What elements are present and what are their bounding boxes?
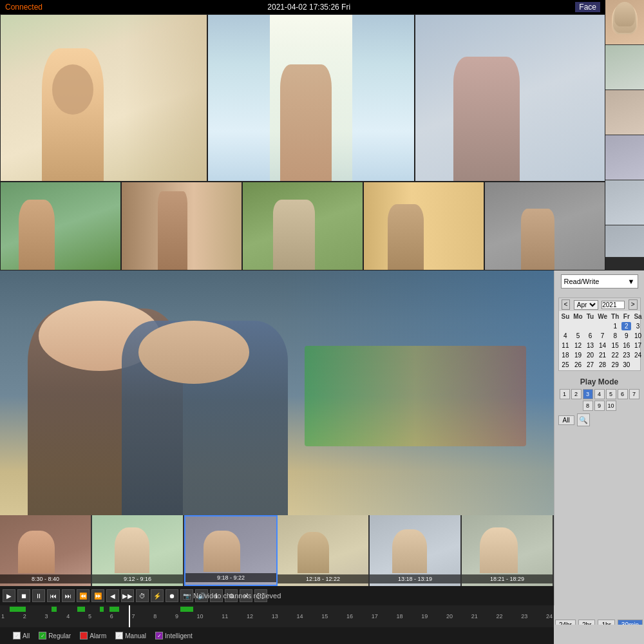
face-thumb-2[interactable]: [605, 45, 644, 90]
prev-btn[interactable]: ◀: [106, 589, 119, 602]
prev-frame-btn[interactable]: ⏮: [47, 589, 60, 602]
speed-btn[interactable]: ⚡: [151, 589, 164, 602]
pause-btn[interactable]: ⏸: [32, 589, 45, 602]
cal-day[interactable]: 21: [596, 351, 609, 359]
camera-5[interactable]: [121, 182, 242, 270]
play-mode-btn-4[interactable]: 4: [594, 389, 605, 399]
cal-day[interactable]: 17: [632, 341, 643, 350]
camera-3[interactable]: [415, 14, 605, 182]
timeline[interactable]: 1 2 3 4 5 6 7 8 9 10 11 12 13 14 15 16 1…: [0, 605, 554, 627]
face-thumb-3[interactable]: [605, 90, 644, 135]
stop-btn[interactable]: ⏹: [17, 589, 30, 602]
cal-day[interactable]: 26: [572, 361, 583, 369]
cal-day[interactable]: 10: [632, 332, 643, 340]
thumb-1[interactable]: 8:30 - 8:40: [0, 515, 92, 586]
thumb-6[interactable]: 18:21 - 18:29: [462, 515, 554, 586]
cal-day[interactable]: 1: [610, 322, 620, 330]
search-button[interactable]: 🔍: [577, 413, 590, 426]
bottom-legend: ✓ All ✓ Regular Alarm ✓ Manual ✓ Intelli…: [0, 627, 554, 644]
thumb-3-label: 9:18 - 9:22: [185, 573, 276, 582]
cal-day[interactable]: 28: [596, 361, 609, 369]
play-mode-btn-10[interactable]: 10: [606, 401, 616, 411]
cal-day[interactable]: 15: [610, 341, 620, 350]
cal-day[interactable]: 16: [621, 341, 631, 350]
snapshot-btn[interactable]: 📷: [180, 589, 193, 602]
legend-manual-check[interactable]: ✓: [115, 632, 123, 639]
cal-day[interactable]: 29: [610, 361, 620, 369]
legend-manual-label: Manual: [125, 632, 146, 639]
cal-day[interactable]: 20: [585, 351, 595, 359]
next-btn[interactable]: ▶▶: [121, 589, 134, 602]
thumb-5[interactable]: 13:18 - 13:19: [370, 515, 462, 586]
cal-day[interactable]: 24: [632, 351, 643, 359]
face-thumb-6[interactable]: [605, 225, 644, 258]
play-mode-btn-5[interactable]: 5: [606, 389, 616, 399]
cal-day[interactable]: 23: [621, 351, 631, 359]
play-mode-btn-3[interactable]: 3: [583, 389, 593, 399]
rewind-btn[interactable]: ⏪: [77, 589, 90, 602]
cal-day[interactable]: 4: [560, 332, 571, 340]
status-bar: Connected 2021-04-02 17:35:26 Fri Face: [0, 0, 605, 14]
thumb-3[interactable]: 9:18 - 9:22: [184, 515, 278, 586]
camera-4[interactable]: [0, 182, 121, 270]
next-frame-btn[interactable]: ⏭: [62, 589, 75, 602]
cal-day[interactable]: 3: [632, 322, 643, 330]
cal-day[interactable]: 18: [560, 351, 571, 359]
no-channels-message: No video channels retrieved: [193, 586, 541, 605]
play-mode-btn-7[interactable]: 7: [629, 389, 639, 399]
cal-day: [596, 322, 609, 330]
cal-day-today[interactable]: 2: [621, 322, 631, 330]
cal-day[interactable]: 11: [560, 341, 571, 350]
cal-day[interactable]: 30: [621, 361, 631, 369]
calendar: < Apr > Su Mo Tu We Th Fr Sa 1: [558, 298, 641, 371]
thumb-2[interactable]: 9:12 - 9:16: [92, 515, 184, 586]
legend-alarm: Alarm: [80, 632, 106, 639]
cal-day[interactable]: 27: [585, 361, 595, 369]
cal-day[interactable]: 25: [560, 361, 571, 369]
camera-7[interactable]: [363, 182, 484, 270]
record-btn[interactable]: ⏺: [166, 589, 178, 602]
cal-day[interactable]: 8: [610, 332, 620, 340]
read-write-dropdown[interactable]: Read/Write ▼: [561, 274, 638, 289]
camera-6[interactable]: [242, 182, 363, 270]
play-mode-btn-6[interactable]: 6: [618, 389, 628, 399]
face-label: Face: [575, 2, 600, 12]
legend-regular-check[interactable]: ✓: [39, 632, 46, 639]
thumb-4[interactable]: 12:18 - 12:22: [278, 515, 370, 586]
calendar-prev-btn[interactable]: <: [562, 299, 571, 310]
play-mode-title: Play Mode: [558, 377, 641, 386]
cal-day: [572, 322, 583, 330]
cal-day[interactable]: 9: [621, 332, 631, 340]
slow-btn[interactable]: ⏱: [136, 589, 149, 602]
play-mode-btn-1[interactable]: 1: [560, 389, 570, 399]
cal-day[interactable]: 12: [572, 341, 583, 350]
fast-forward-btn[interactable]: ⏩: [91, 589, 104, 602]
calendar-year-input[interactable]: [601, 301, 625, 309]
play-btn[interactable]: ▶: [3, 589, 15, 602]
cal-day[interactable]: 13: [585, 341, 595, 350]
main-video[interactable]: [0, 270, 554, 522]
bottom-camera-row: [0, 182, 605, 270]
cal-day[interactable]: 14: [596, 341, 609, 350]
cal-day[interactable]: 22: [610, 351, 620, 359]
calendar-next-btn[interactable]: >: [629, 299, 638, 310]
legend-intelligent-check[interactable]: ✓: [155, 632, 163, 639]
legend-alarm-check[interactable]: [80, 632, 88, 639]
play-mode-btn-2[interactable]: 2: [571, 389, 582, 399]
cal-day[interactable]: 7: [596, 332, 609, 340]
thumb-6-label: 18:21 - 18:29: [462, 574, 553, 583]
play-mode-all-btn[interactable]: All: [558, 415, 574, 425]
cal-day[interactable]: 6: [585, 332, 595, 340]
cal-day[interactable]: 5: [572, 332, 583, 340]
play-mode-btn-9[interactable]: 9: [594, 401, 605, 411]
legend-all-check[interactable]: ✓: [13, 632, 21, 639]
cal-day[interactable]: 19: [572, 351, 583, 359]
camera-2[interactable]: [207, 14, 415, 182]
calendar-month-select[interactable]: Apr: [574, 300, 598, 310]
face-thumb-4[interactable]: [605, 135, 644, 180]
face-thumb-5[interactable]: [605, 180, 644, 225]
cal-header-fr: Fr: [621, 312, 631, 321]
camera-8[interactable]: [484, 182, 605, 270]
play-mode-btn-8[interactable]: 8: [583, 401, 593, 411]
camera-1[interactable]: [0, 14, 207, 182]
